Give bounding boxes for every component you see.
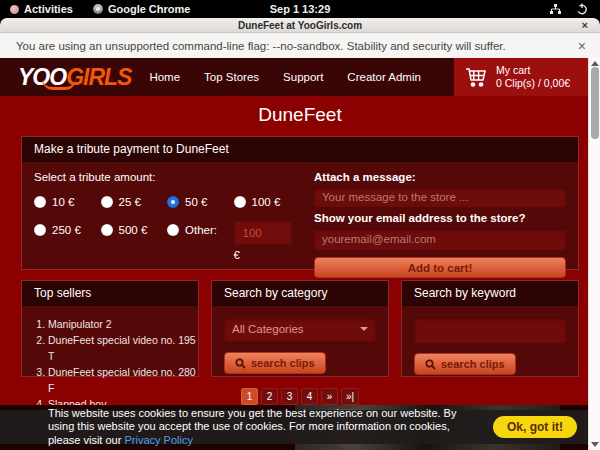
- message-label: Attach a message:: [314, 171, 566, 183]
- flag-warning-text: You are using an unsupported command-lin…: [0, 40, 506, 52]
- page-title: DuneFeet: [0, 96, 600, 134]
- browser-viewport: YOOGIRLS Home Top Stores Support Creator…: [0, 58, 600, 450]
- tribute-amount-label: Select a tribute amount:: [34, 171, 300, 183]
- amount-option-100[interactable]: 100 €: [234, 193, 301, 211]
- cookie-accept-button[interactable]: Ok, got it!: [493, 416, 577, 438]
- page-button-4[interactable]: 4: [301, 388, 318, 405]
- magnifier-icon: [235, 358, 246, 369]
- message-input[interactable]: [314, 187, 566, 207]
- bottom-panels: Top sellers Manipulator 2 DuneFeet speci…: [21, 280, 579, 377]
- app-menu-label: Google Chrome: [108, 3, 191, 15]
- page-button-last[interactable]: »|: [341, 388, 359, 405]
- amount-option-other[interactable]: Other:: [167, 221, 234, 239]
- scrollbar[interactable]: [588, 58, 600, 450]
- search-keyword-panel: Search by keyword search clips: [401, 280, 579, 377]
- cart-icon: [464, 65, 488, 89]
- cart-summary: 0 Clip(s) / 0,00€: [496, 77, 570, 90]
- cookie-consent-bar: This website uses cookies to ensure you …: [0, 410, 600, 444]
- tribute-radio[interactable]: [34, 196, 46, 208]
- email-label: Show your email address to the store?: [314, 212, 566, 224]
- tribute-panel-header: Make a tribute payment to DuneFeet: [22, 137, 578, 162]
- top-seller-item[interactable]: Manipulator 2: [48, 316, 198, 332]
- amount-option-50[interactable]: 50 €: [167, 193, 234, 211]
- power-icon[interactable]: [576, 3, 588, 15]
- tribute-radio[interactable]: [34, 224, 46, 236]
- cart-title: My cart: [496, 64, 570, 77]
- amount-option-500[interactable]: 500 €: [101, 221, 168, 239]
- flag-warning-bar: You are using an unsupported command-lin…: [0, 33, 600, 58]
- page-button-1[interactable]: 1: [241, 388, 258, 405]
- site-logo[interactable]: YOOGIRLS: [0, 58, 131, 96]
- add-to-cart-button[interactable]: Add to cart!: [314, 257, 566, 278]
- scrollbar-up-icon[interactable]: [591, 61, 599, 66]
- flag-warning-close-button[interactable]: ×: [578, 38, 600, 54]
- window-title: DuneFeet at YooGirls.com: [238, 20, 362, 31]
- network-icon[interactable]: [549, 3, 562, 15]
- activities-label: Activities: [24, 3, 73, 15]
- search-category-panel: Search by category All Categories search…: [211, 280, 389, 377]
- amount-option-25[interactable]: 25 €: [101, 193, 168, 211]
- top-sellers-panel: Top sellers Manipulator 2 DuneFeet speci…: [21, 280, 199, 377]
- category-selected-option: All Categories: [232, 323, 304, 335]
- tribute-amount-options: 10 € 25 € 50 € 100 €: [34, 193, 300, 261]
- tribute-radio[interactable]: [234, 196, 246, 208]
- chevron-down-icon: [360, 327, 368, 331]
- scrollbar-thumb[interactable]: [591, 67, 599, 139]
- category-select[interactable]: All Categories: [224, 317, 376, 341]
- activities-button[interactable]: Activities: [0, 0, 83, 18]
- page-button-next[interactable]: »: [321, 388, 338, 405]
- currency-label: €: [234, 249, 301, 261]
- window-titlebar[interactable]: DuneFeet at YooGirls.com ×: [0, 18, 600, 33]
- top-seller-item[interactable]: DuneFeet special video no. 280 F: [48, 364, 198, 396]
- my-cart-button[interactable]: My cart 0 Clip(s) / 0,00€: [454, 58, 588, 96]
- tribute-radio[interactable]: [167, 196, 179, 208]
- magnifier-icon: [425, 359, 436, 370]
- amount-option-10[interactable]: 10 €: [34, 193, 101, 211]
- search-keyword-header: Search by keyword: [402, 281, 578, 306]
- tribute-radio[interactable]: [167, 224, 179, 236]
- nav-item-support[interactable]: Support: [283, 71, 323, 83]
- main-nav: Home Top Stores Support Creator Admin: [149, 71, 420, 83]
- logo-part2: GIRLS: [66, 64, 131, 90]
- nav-item-home[interactable]: Home: [149, 71, 180, 83]
- window-close-button[interactable]: ×: [582, 19, 588, 32]
- scrollbar-down-icon[interactable]: [591, 442, 599, 447]
- search-keyword-button[interactable]: search clips: [414, 353, 516, 375]
- tribute-radio[interactable]: [101, 196, 113, 208]
- activities-dot-icon: [10, 5, 19, 14]
- email-input[interactable]: [314, 228, 566, 250]
- privacy-policy-link[interactable]: Privacy Policy: [124, 434, 192, 446]
- app-menu-button[interactable]: Google Chrome: [83, 0, 201, 18]
- screen: Activities Google Chrome Sep 1 13:29: [0, 0, 600, 450]
- page-button-2[interactable]: 2: [261, 388, 278, 405]
- amount-option-250[interactable]: 250 €: [34, 221, 101, 239]
- tribute-radio[interactable]: [101, 224, 113, 236]
- page-button-3[interactable]: 3: [281, 388, 298, 405]
- page-footer: This website uses cookies to ensure you …: [0, 405, 600, 450]
- chrome-icon: [93, 4, 103, 14]
- top-seller-item[interactable]: DuneFeet special video no. 195 T: [48, 332, 198, 364]
- tribute-panel: Make a tribute payment to DuneFeet Selec…: [21, 136, 579, 270]
- top-sellers-header: Top sellers: [22, 281, 198, 306]
- site-header: YOOGIRLS Home Top Stores Support Creator…: [0, 58, 588, 96]
- nav-item-top-stores[interactable]: Top Stores: [204, 71, 259, 83]
- cookie-text: This website uses cookies to ensure you …: [0, 407, 472, 448]
- keyword-input[interactable]: [414, 317, 566, 343]
- search-category-button[interactable]: search clips: [224, 352, 326, 374]
- gnome-top-bar: Activities Google Chrome Sep 1 13:29: [0, 0, 600, 18]
- nav-item-creator-admin[interactable]: Creator Admin: [347, 71, 421, 83]
- other-amount-input[interactable]: [234, 221, 292, 245]
- search-category-header: Search by category: [212, 281, 388, 306]
